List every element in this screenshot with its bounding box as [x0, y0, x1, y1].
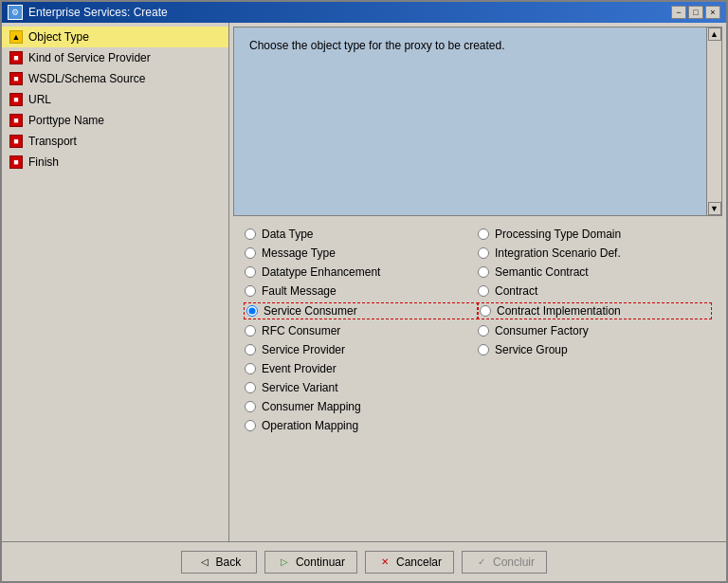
red-square-icon: ■ [9, 135, 23, 148]
sidebar-item-label-object-type: Object Type [28, 30, 89, 44]
sidebar-item-porttype-name[interactable]: ■Porttype Name [2, 110, 228, 131]
red-square-icon: ■ [9, 155, 23, 169]
radio-item-semantic-contract: Semantic Contract [478, 265, 711, 279]
radio-label-semantic-contract: Semantic Contract [495, 265, 589, 279]
back-icon [197, 555, 212, 570]
radio-message-type[interactable] [245, 247, 256, 259]
radio-item-contract: Contract [478, 284, 711, 298]
sidebar-item-label-porttype-name: Porttype Name [28, 114, 104, 127]
sidebar-item-transport[interactable]: ■Transport [2, 131, 228, 152]
radio-contract-implementation[interactable] [480, 305, 491, 317]
continue-label: Continuar [296, 556, 345, 569]
warning-icon: ▲ [9, 30, 23, 44]
radio-item-message-type: Message Type [245, 246, 478, 260]
radio-label-datatype-enhancement: Datatype Enhancement [262, 265, 380, 279]
finish-label: Concluir [493, 556, 535, 569]
red-square-icon: ■ [9, 114, 23, 127]
cancel-icon [377, 555, 392, 570]
sidebar-item-label-url: URL [28, 93, 51, 106]
radio-label-fault-message: Fault Message [262, 284, 337, 298]
info-panel: Choose the object type for the proxy to … [233, 27, 722, 216]
radio-integration-scenario-def[interactable] [478, 247, 489, 259]
title-bar-buttons: − □ × [671, 6, 720, 19]
radio-service-variant[interactable] [245, 382, 256, 393]
radio-item-contract-implementation: Contract Implementation [478, 303, 711, 319]
scroll-up-button[interactable]: ▲ [708, 27, 721, 41]
radio-item-service-group: Service Group [478, 343, 711, 356]
radio-item-event-provider: Event Provider [245, 362, 478, 375]
radio-label-service-variant: Service Variant [262, 381, 337, 394]
radio-label-contract: Contract [495, 284, 537, 298]
sidebar-item-kind-of-service-provider[interactable]: ■Kind of Service Provider [2, 47, 228, 68]
radio-contract[interactable] [478, 285, 489, 297]
radio-item-integration-scenario-def: Integration Scenario Def. [478, 246, 711, 260]
footer: Back Continuar Cancelar Concluir [2, 541, 726, 581]
cancel-button[interactable]: Cancelar [365, 551, 454, 574]
radio-label-event-provider: Event Provider [262, 362, 337, 375]
radio-item-service-consumer: Service Consumer [245, 303, 478, 319]
radio-label-rfc-consumer: RFC Consumer [262, 324, 340, 337]
radio-label-processing-type-domain: Processing Type Domain [495, 228, 621, 241]
sidebar-item-label-finish: Finish [28, 155, 59, 169]
content-area: ▲Object Type■Kind of Service Provider■WS… [2, 23, 726, 541]
sidebar-item-object-type[interactable]: ▲Object Type [2, 27, 228, 47]
radio-rfc-consumer[interactable] [245, 325, 256, 337]
radio-label-data-type: Data Type [262, 228, 313, 241]
red-square-icon: ■ [9, 72, 23, 85]
radio-item-consumer-mapping: Consumer Mapping [245, 400, 478, 413]
radio-label-service-consumer: Service Consumer [264, 304, 357, 318]
radio-label-contract-implementation: Contract Implementation [497, 304, 621, 318]
sidebar: ▲Object Type■Kind of Service Provider■WS… [2, 23, 229, 541]
radio-event-provider[interactable] [245, 363, 256, 374]
red-square-icon: ■ [9, 93, 23, 106]
radio-processing-type-domain[interactable] [478, 228, 489, 240]
main-area: Choose the object type for the proxy to … [229, 23, 726, 541]
radio-fault-message[interactable] [245, 285, 256, 297]
sidebar-item-label-kind-of-service-provider: Kind of Service Provider [28, 51, 151, 64]
main-window: ⚙ Enterprise Services: Create − □ × ▲Obj… [0, 0, 728, 583]
radio-item-service-provider: Service Provider [245, 343, 478, 356]
radio-label-message-type: Message Type [262, 246, 336, 260]
radio-item-processing-type-domain: Processing Type Domain [478, 228, 711, 241]
radio-item-datatype-enhancement: Datatype Enhancement [245, 265, 478, 279]
sidebar-item-label-transport: Transport [28, 135, 77, 148]
title-bar: ⚙ Enterprise Services: Create − □ × [2, 2, 726, 23]
radio-service-group[interactable] [478, 344, 489, 355]
close-button[interactable]: × [705, 6, 720, 19]
options-area: Data TypeMessage TypeDatatype Enhancemen… [229, 220, 726, 541]
finish-button[interactable]: Concluir [462, 551, 547, 574]
options-col-left: Data TypeMessage TypeDatatype Enhancemen… [245, 228, 478, 534]
minimize-button[interactable]: − [671, 6, 686, 19]
scrollbar: ▲ ▼ [706, 27, 721, 215]
radio-item-consumer-factory: Consumer Factory [478, 324, 711, 337]
radio-label-service-provider: Service Provider [262, 343, 345, 356]
sidebar-item-label-wsdl-schema-source: WSDL/Schema Source [28, 72, 145, 85]
radio-consumer-mapping[interactable] [245, 401, 256, 412]
radio-semantic-contract[interactable] [478, 266, 489, 278]
scroll-down-button[interactable]: ▼ [708, 202, 721, 215]
radio-service-consumer[interactable] [246, 305, 258, 317]
cancel-label: Cancelar [396, 556, 442, 569]
radio-consumer-factory[interactable] [478, 325, 489, 337]
window-title: Enterprise Services: Create [28, 6, 168, 19]
radio-data-type[interactable] [245, 228, 256, 240]
continue-button[interactable]: Continuar [264, 551, 357, 574]
radio-item-fault-message: Fault Message [245, 284, 478, 298]
red-square-icon: ■ [9, 51, 23, 64]
sidebar-item-url[interactable]: ■URL [2, 89, 228, 110]
back-button[interactable]: Back [181, 551, 257, 574]
sidebar-item-wsdl-schema-source[interactable]: ■WSDL/Schema Source [2, 68, 228, 89]
radio-label-consumer-mapping: Consumer Mapping [262, 400, 361, 413]
sidebar-item-finish[interactable]: ■Finish [2, 152, 228, 173]
radio-operation-mapping[interactable] [245, 420, 256, 431]
radio-label-consumer-factory: Consumer Factory [495, 324, 589, 337]
title-bar-left: ⚙ Enterprise Services: Create [8, 5, 168, 20]
radio-label-service-group: Service Group [495, 343, 568, 356]
finish-icon [474, 555, 489, 570]
maximize-button[interactable]: □ [688, 6, 703, 19]
radio-item-service-variant: Service Variant [245, 381, 478, 394]
radio-datatype-enhancement[interactable] [245, 266, 256, 278]
radio-item-operation-mapping: Operation Mapping [245, 419, 478, 432]
info-text: Choose the object type for the proxy to … [249, 39, 505, 52]
radio-service-provider[interactable] [245, 344, 256, 355]
